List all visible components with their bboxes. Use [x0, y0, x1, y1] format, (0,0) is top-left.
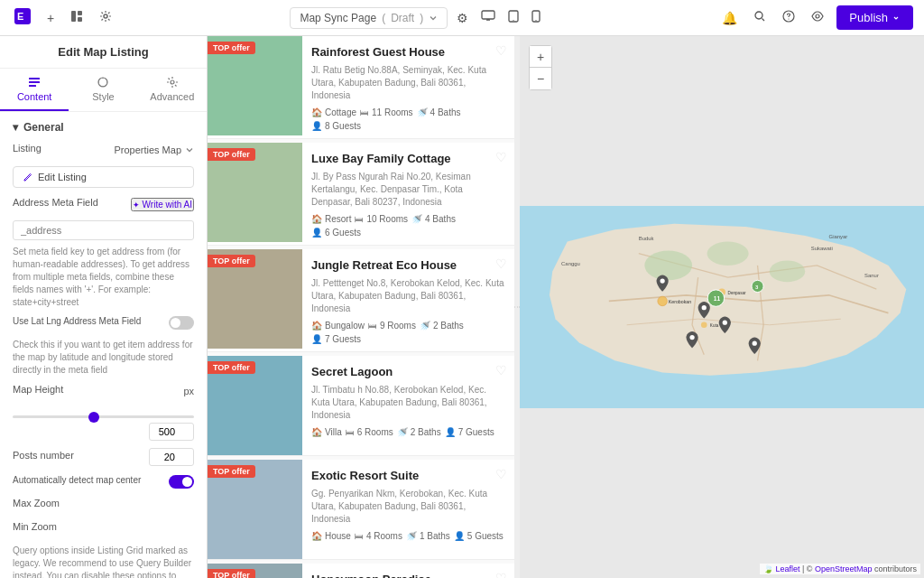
- sidebar: Edit Map Listing Content Style Advanced …: [0, 36, 208, 578]
- min-zoom-row: Min Zoom: [13, 521, 194, 536]
- page-settings-icon[interactable]: ⚙: [453, 7, 472, 29]
- svg-point-22: [707, 242, 749, 266]
- svg-point-5: [104, 14, 107, 18]
- favorite-button[interactable]: ♡: [495, 363, 507, 378]
- tab-style-label: Style: [92, 91, 114, 102]
- listing-card[interactable]: TOP offer Jungle Retreat Eco House Jl. P…: [208, 249, 514, 352]
- svg-rect-16: [29, 81, 40, 83]
- home-icon: 🏠: [311, 427, 322, 437]
- map-height-unit: px: [183, 386, 194, 396]
- listing-rooms: 🛏 9 Rooms: [368, 321, 416, 331]
- settings-button[interactable]: [96, 6, 116, 29]
- tab-content[interactable]: Content: [0, 69, 69, 111]
- listing-title: Luxe Bay Family Cottage: [311, 152, 505, 167]
- address-help-text: Set meta field key to get address from (…: [13, 246, 194, 309]
- listing-type: 🏠 Villa: [311, 427, 342, 437]
- listing-card[interactable]: TOP offer Rainforest Guest House Jl. Rat…: [208, 36, 514, 139]
- tab-advanced-label: Advanced: [150, 91, 194, 102]
- notifications-button[interactable]: 🔔: [718, 7, 741, 29]
- auto-detect-toggle[interactable]: [169, 475, 194, 489]
- sidebar-title: Edit Map Listing: [0, 36, 207, 69]
- svg-rect-6: [482, 11, 494, 19]
- home-icon: 🏠: [311, 321, 322, 331]
- address-meta-input[interactable]: [13, 220, 194, 240]
- svg-text:Sanur: Sanur: [864, 273, 879, 278]
- listing-rooms: 🛏 10 Rooms: [355, 214, 408, 224]
- listing-info: Honeymoon Paradise 🏠 Villa 🛏 3 Rooms 🚿 2…: [302, 564, 514, 578]
- topbar-right: 🔔 Publish: [718, 5, 913, 30]
- top-offer-badge: TOP offer: [208, 465, 255, 478]
- listing-baths: 🚿 4 Baths: [411, 214, 456, 224]
- leaflet-link[interactable]: Leaflet: [775, 564, 799, 573]
- general-section-header[interactable]: ▾ General: [13, 121, 194, 134]
- svg-rect-15: [29, 78, 40, 79]
- listing-rooms: 🛏 11 Rooms: [360, 107, 413, 117]
- listing-type: 🏠 Resort: [311, 214, 351, 224]
- map-height-control: px: [183, 386, 194, 396]
- svg-text:Kerobokan: Kerobokan: [669, 299, 692, 304]
- listing-field-row: Listing Properties Map: [13, 143, 194, 157]
- tab-style[interactable]: Style: [69, 69, 137, 111]
- structure-button[interactable]: [67, 6, 87, 29]
- page-status-close: ): [420, 12, 423, 24]
- listing-card[interactable]: TOP offer Honeymoon Paradise 🏠 Villa 🛏 3…: [208, 564, 514, 578]
- address-meta-row: Address Meta Field ✦ Write with AI: [13, 197, 194, 211]
- guests-icon: 👤: [311, 228, 322, 238]
- edit-listing-label: Edit Listing: [38, 172, 87, 182]
- preview-button[interactable]: [808, 6, 827, 29]
- svg-point-10: [536, 20, 537, 21]
- map-height-input[interactable]: [149, 423, 194, 441]
- desktop-view-button[interactable]: [477, 8, 499, 27]
- posts-number-input[interactable]: [149, 448, 194, 466]
- svg-text:Buduk: Buduk: [639, 236, 654, 241]
- add-element-button[interactable]: +: [43, 7, 58, 29]
- svg-point-24: [658, 296, 668, 306]
- lat-lng-toggle[interactable]: [169, 316, 194, 330]
- map-controls: + −: [529, 45, 552, 90]
- responsive-controls: [477, 8, 544, 27]
- topbar-left: E +: [11, 5, 116, 31]
- rooms-icon: 🛏: [368, 321, 377, 331]
- listing-title: Exotic Resort Suite: [311, 469, 505, 484]
- svg-point-11: [755, 12, 762, 19]
- write-ai-button[interactable]: ✦ Write with AI: [131, 198, 194, 211]
- favorite-button[interactable]: ♡: [495, 571, 507, 578]
- listing-type: 🏠 Cottage: [311, 107, 356, 117]
- help-button[interactable]: [779, 6, 799, 29]
- svg-text:Sukawati: Sukawati: [811, 246, 833, 251]
- svg-point-14: [816, 14, 819, 18]
- listing-chevron-icon: [185, 145, 194, 154]
- svg-text:Kuta: Kuta: [710, 323, 719, 328]
- map-zoom-out-button[interactable]: −: [530, 68, 551, 89]
- listing-card[interactable]: TOP offer Luxe Bay Family Cottage Jl. By…: [208, 143, 514, 246]
- map-height-slider[interactable]: [13, 415, 194, 418]
- svg-point-33: [723, 320, 727, 324]
- map-zoom-in-button[interactable]: +: [530, 46, 551, 68]
- favorite-button[interactable]: ♡: [495, 150, 507, 164]
- search-button[interactable]: [750, 6, 770, 29]
- posts-number-label: Posts number: [13, 450, 74, 461]
- page-title-button[interactable]: Map Sync Page ( Draft ): [290, 7, 448, 29]
- listing-card[interactable]: TOP offer Secret Lagoon Jl. Timbatu h No…: [208, 356, 514, 456]
- favorite-button[interactable]: ♡: [495, 256, 507, 271]
- osm-link[interactable]: OpenStreetMap: [815, 564, 873, 573]
- listing-control: Properties Map: [114, 144, 194, 155]
- listing-meta: 🏠 Bungalow 🛏 9 Rooms 🚿 2 Baths 👤 7 Guest…: [311, 321, 505, 344]
- tab-advanced[interactable]: Advanced: [138, 69, 207, 111]
- listing-baths: 🚿 1 Baths: [406, 531, 450, 541]
- mobile-view-button[interactable]: [528, 8, 544, 27]
- edit-listing-button[interactable]: Edit Listing: [13, 166, 194, 188]
- guests-icon: 👤: [445, 427, 456, 437]
- query-options-text: Query options inside Listing Grid marked…: [13, 545, 194, 578]
- listing-guests: 👤 5 Guests: [454, 531, 504, 541]
- svg-text:E: E: [17, 11, 23, 22]
- tablet-view-button[interactable]: [504, 8, 522, 27]
- svg-point-21: [644, 250, 692, 280]
- publish-button[interactable]: Publish: [836, 5, 913, 30]
- publish-label: Publish: [849, 11, 888, 24]
- favorite-button[interactable]: ♡: [495, 467, 507, 481]
- listing-card[interactable]: TOP offer Exotic Resort Suite Gg. Penyar…: [208, 460, 514, 560]
- favorite-button[interactable]: ♡: [495, 43, 507, 58]
- elementor-logo-button[interactable]: E: [11, 5, 34, 31]
- bath-icon: 🚿: [397, 427, 408, 437]
